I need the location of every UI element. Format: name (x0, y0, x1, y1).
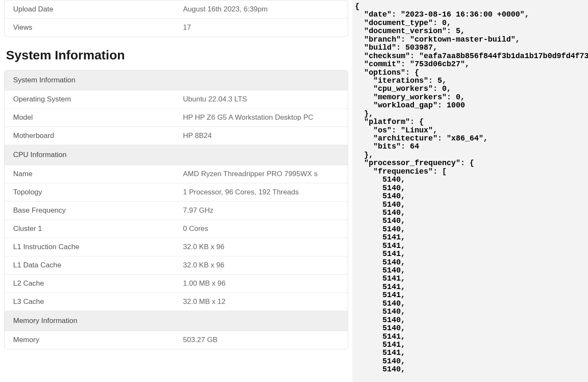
cpu-name-value: AMD Ryzen Threadripper PRO 7995WX s (183, 165, 348, 183)
os-value: Ubuntu 22.04.3 LTS (183, 90, 348, 108)
memory-label: Memory (5, 331, 183, 349)
cpu-l3-label: L3 Cache (5, 293, 183, 311)
cpu-topology-label: Topology (5, 183, 183, 201)
cpu-l2-label: L2 Cache (5, 275, 183, 292)
cpu-name-row: Name AMD Ryzen Threadripper PRO 7995WX s (5, 165, 348, 183)
upload-date-value: August 16th 2023, 6:39pm (183, 0, 348, 18)
cpu-cluster-label: Cluster 1 (5, 220, 183, 238)
motherboard-label: Motherboard (5, 127, 183, 145)
views-label: Views (5, 19, 183, 37)
cpu-l1i-label: L1 Instruction Cache (5, 238, 183, 256)
cpu-basefreq-label: Base Frequency (5, 202, 183, 219)
os-row: Operating System Ubuntu 22.04.3 LTS (5, 90, 348, 109)
upload-date-row: Upload Date August 16th 2023, 6:39pm (5, 0, 348, 19)
system-info-header: System Information (5, 70, 348, 90)
views-value: 17 (183, 19, 348, 37)
json-panel[interactable]: { "date": "2023-08-16 16:36:00 +0000", "… (352, 0, 588, 382)
model-value: HP HP Z6 G5 A Workstation Desktop PC (183, 109, 348, 126)
model-label: Model (5, 109, 183, 126)
cpu-l1i-value: 32.0 KB x 96 (183, 238, 348, 256)
memory-row: Memory 503.27 GB (5, 331, 348, 349)
left-panel: Upload Date August 16th 2023, 6:39pm Vie… (0, 0, 352, 382)
system-card: System Information Operating System Ubun… (4, 70, 348, 349)
motherboard-row: Motherboard HP 8B24 (5, 127, 348, 145)
cpu-cluster-value: 0 Cores (183, 220, 348, 238)
cpu-l2-row: L2 Cache 1.00 MB x 96 (5, 275, 348, 293)
cpu-l3-row: L3 Cache 32.0 MB x 12 (5, 293, 348, 311)
section-title: System Information (4, 48, 348, 62)
views-row: Views 17 (5, 19, 348, 37)
memory-value: 503.27 GB (183, 331, 348, 349)
cpu-cluster-row: Cluster 1 0 Cores (5, 220, 348, 238)
cpu-topology-row: Topology 1 Processor, 96 Cores, 192 Thre… (5, 183, 348, 202)
cpu-info-header: CPU Information (5, 145, 348, 165)
cpu-topology-value: 1 Processor, 96 Cores, 192 Threads (183, 183, 348, 201)
cpu-basefreq-value: 7.97 GHz (183, 202, 348, 219)
model-row: Model HP HP Z6 G5 A Workstation Desktop … (5, 109, 348, 127)
motherboard-value: HP 8B24 (183, 127, 348, 145)
cpu-l1d-value: 32.0 KB x 96 (183, 256, 348, 274)
meta-card: Upload Date August 16th 2023, 6:39pm Vie… (4, 0, 348, 37)
memory-info-header: Memory Information (5, 311, 348, 331)
cpu-basefreq-row: Base Frequency 7.97 GHz (5, 202, 348, 220)
cpu-name-label: Name (5, 165, 183, 183)
cpu-l1d-row: L1 Data Cache 32.0 KB x 96 (5, 256, 348, 275)
cpu-l1d-label: L1 Data Cache (5, 256, 183, 274)
cpu-l2-value: 1.00 MB x 96 (183, 275, 348, 292)
upload-date-label: Upload Date (5, 0, 183, 18)
cpu-l1i-row: L1 Instruction Cache 32.0 KB x 96 (5, 238, 348, 256)
cpu-l3-value: 32.0 MB x 12 (183, 293, 348, 311)
os-label: Operating System (5, 90, 183, 108)
